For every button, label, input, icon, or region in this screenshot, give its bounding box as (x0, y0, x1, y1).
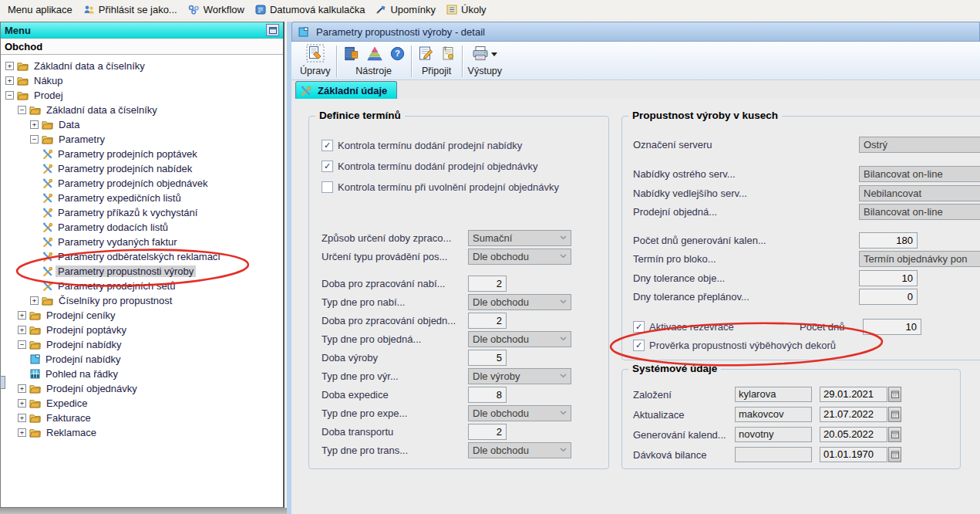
nabidky-ostreho-serveru-field[interactable]: Bilancovat on-line (859, 166, 980, 182)
generovani-kalendare-date-field[interactable]: 20.05.2022 (820, 427, 887, 442)
zalozeni-user-field[interactable]: kylarova (735, 387, 812, 402)
tree-item[interactable]: Prodejní ceníky (1, 308, 283, 323)
davkova-bilance-date-field[interactable]: 01.01.1970 (820, 447, 887, 462)
layers-button[interactable] (365, 45, 384, 65)
zalozeni-calendar-button[interactable] (888, 387, 901, 402)
generovani-kalendare-user-field[interactable]: novotny (735, 427, 812, 442)
tree-item[interactable]: Základní data a číselníky (1, 59, 283, 73)
expander-icon[interactable] (30, 135, 39, 144)
tree-item[interactable]: Parametry prodejních poptávek (1, 147, 283, 161)
tree-item[interactable]: Reklamace (1, 425, 283, 440)
nabidky-vedlejsiho-serveru-field[interactable]: Nebilancovat (859, 185, 980, 201)
tree-item[interactable]: Parametry propustnosti výroby (1, 264, 283, 279)
expander-icon[interactable] (18, 384, 26, 393)
minimize-panel-button[interactable] (266, 24, 279, 36)
reminders-item[interactable]: Upomínky (371, 2, 442, 17)
upravy-button[interactable] (305, 43, 325, 66)
doba-vyroby-input[interactable]: 5 (468, 350, 507, 366)
tree-item-label: Parametry příkazů k vychystání (56, 207, 200, 218)
edit-note-button[interactable] (417, 45, 434, 64)
menu-aplikace-item[interactable]: Menu aplikace (3, 2, 79, 17)
tree-item[interactable]: Parametry odběratelských reklamací (1, 249, 283, 264)
tree-item[interactable]: Parametry prodejních setů (1, 279, 283, 293)
folder-icon (29, 105, 41, 115)
zalozeni-date-field[interactable]: 29.01.2021 (820, 387, 887, 402)
expander-icon[interactable] (5, 76, 14, 85)
prodejni-objednavky-field[interactable]: Bilancovat on-line (859, 204, 980, 220)
tree-item[interactable]: Parametry expedičních listů (1, 191, 283, 205)
tree-item[interactable]: Data (1, 117, 283, 132)
expander-icon[interactable] (5, 91, 14, 100)
tasks-item[interactable]: Úkoly (442, 2, 493, 17)
organizer-button[interactable] (342, 45, 360, 65)
chevron-down-icon (560, 235, 567, 240)
generovani-kalendare-calendar-button[interactable] (888, 427, 901, 442)
tree-item[interactable]: Parametry (1, 132, 283, 147)
davkova-bilance-user-field[interactable] (735, 447, 812, 462)
tree-item[interactable]: Expedice (1, 396, 283, 411)
login-item[interactable]: Přihlásit se jako... (79, 2, 184, 17)
typ-dne-nabidka-select[interactable]: Dle obchodu (468, 294, 571, 310)
tree-item[interactable]: Prodejní nabídky (1, 337, 283, 352)
tools-icon (301, 86, 311, 96)
expander-icon[interactable] (18, 326, 26, 334)
aktivace-rezervace-checkbox[interactable] (633, 321, 645, 333)
typ-dne-transport-select[interactable]: Dle obchodu (468, 442, 571, 458)
doba-zpracovani-nabidky-input[interactable]: 2 (468, 276, 507, 292)
pocet-dnu-input[interactable]: 10 (863, 319, 921, 335)
expander-icon[interactable] (18, 414, 26, 422)
panel-collapse-handle[interactable] (0, 376, 5, 389)
kontrola-terminu-nabidky-checkbox[interactable] (322, 140, 333, 151)
doba-transportu-input[interactable]: 2 (468, 424, 507, 440)
zpusob-urceni-doby-select[interactable]: Sumační (468, 230, 571, 246)
expander-icon[interactable] (5, 62, 14, 70)
tree-item[interactable]: Parametry příkazů k vychystání (1, 205, 283, 220)
tree-item[interactable]: Parametry prodejních objednávek (1, 176, 283, 191)
expander-icon[interactable] (18, 340, 26, 349)
kontrola-terminu-objednavky-checkbox[interactable] (322, 161, 333, 172)
tree-item[interactable]: Parametry prodejních nabídek (1, 161, 283, 176)
expander-icon[interactable] (30, 120, 39, 129)
davkova-bilance-calendar-button[interactable] (888, 447, 901, 462)
tree-item[interactable]: Pohled na řádky (1, 367, 283, 381)
dny-tolerance-preplanovani-input[interactable]: 0 (859, 289, 918, 305)
workflow-item[interactable]: Workflow (184, 2, 251, 17)
aktualizace-user-field[interactable]: makovcov (735, 407, 812, 422)
oznaceni-serveru-field[interactable]: Ostrý (859, 137, 980, 153)
urceni-typu-provadeni-select[interactable]: Dle obchodu (468, 249, 571, 265)
aktualizace-date-field[interactable]: 21.07.2022 (820, 407, 887, 422)
dny-tolerance-objednavek-input[interactable]: 10 (859, 270, 918, 286)
kontrola-terminu-uvolneni-checkbox[interactable] (322, 181, 333, 193)
termin-pro-blokaci-field[interactable]: Termín objednávky pon (859, 251, 980, 267)
tree-item[interactable]: Parametry vydaných faktur (1, 235, 283, 249)
doba-expedice-input[interactable]: 8 (468, 387, 507, 403)
tree-item[interactable]: Fakturace (1, 411, 283, 425)
typ-dne-objednavka-select[interactable]: Dle obchodu (468, 331, 571, 347)
proverka-propustnosti-checkbox[interactable] (633, 340, 645, 351)
tree-item[interactable]: Prodejní poptávky (1, 323, 283, 337)
expander-icon[interactable] (18, 311, 26, 320)
print-button[interactable] (471, 45, 498, 64)
date-calculator-item[interactable]: Datumová kalkulačka (251, 2, 372, 17)
tree-item[interactable]: Základní data a číselníky (1, 103, 283, 117)
help-button[interactable]: ? (389, 46, 406, 64)
tree-item[interactable]: Nákup (1, 73, 283, 88)
field-label: Typ dne pro objedná... (322, 333, 468, 345)
aktualizace-calendar-button[interactable] (888, 407, 901, 422)
expander-icon[interactable] (18, 106, 26, 114)
attach-document-button[interactable] (439, 45, 456, 64)
tree-item[interactable]: Prodej (1, 88, 283, 103)
typ-dne-vyroba-select[interactable]: Dle výroby (468, 368, 571, 384)
tab-zakladni-udaje[interactable]: Základní údaje (295, 81, 397, 99)
expander-icon[interactable] (18, 428, 26, 437)
tree-item[interactable]: Parametry dodacích listů (1, 220, 283, 235)
doba-zpracovani-objednavky-input[interactable]: 2 (468, 313, 507, 329)
typ-dne-expedice-select[interactable]: Dle obchodu (468, 405, 571, 421)
tree-item[interactable]: Číselníky pro propustnost (1, 293, 283, 308)
expander-icon[interactable] (30, 296, 39, 305)
tree-item[interactable]: Prodejní objednávky (1, 381, 283, 396)
tree-item[interactable]: Prodejní nabídky (1, 352, 283, 367)
expander-icon[interactable] (18, 399, 26, 407)
kontrola-terminu-uvolneni-row: Kontrola termínu při uvolnění prodejní o… (322, 177, 602, 198)
pocet-dnu-generovani-input[interactable]: 180 (859, 232, 918, 249)
